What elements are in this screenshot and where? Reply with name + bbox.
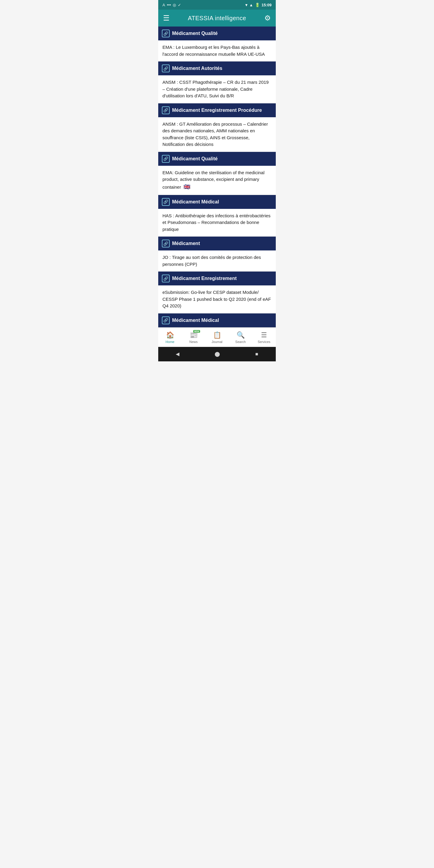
link-icon: 🔗	[163, 66, 168, 71]
nav-item-search[interactable]: 🔍 Search	[229, 328, 252, 347]
item-description: EMA: Guideline on the sterilisation of t…	[158, 166, 276, 195]
nav-label-services: Services	[258, 340, 270, 344]
category-header: 🔗 Médicament Autorités	[158, 61, 276, 75]
category-header: 🔗 Médicament Médical	[158, 195, 276, 209]
category-label: Médicament Qualité	[172, 31, 218, 36]
item-description: JO : Tirage au sort des comités de prote…	[158, 250, 276, 271]
list-item[interactable]: 🔗 Médicament Autorités ANSM : CSST Phago…	[158, 61, 276, 103]
time-display: 15:09	[261, 3, 272, 7]
category-icon: 🔗	[162, 198, 170, 206]
category-header: 🔗 Médicament	[158, 237, 276, 250]
nav-label-news: News	[189, 340, 198, 344]
category-icon: 🔗	[162, 106, 170, 114]
item-description: ANSM : CSST Phagothérapie – CR du 21 mar…	[158, 75, 276, 103]
app-title: ATESSIA intelligence	[188, 15, 246, 22]
link-icon: 🔗	[163, 199, 168, 204]
list-item[interactable]: 🔗 Médicament Médical HAS : Antibiothérap…	[158, 195, 276, 237]
category-label: Médicament Médical	[172, 199, 219, 205]
battery-icon: 🔋	[255, 3, 260, 7]
nav-label-home: Home	[165, 340, 174, 344]
back-button[interactable]: ◀	[176, 351, 179, 357]
category-icon: 🔗	[162, 30, 170, 37]
content-list: 🔗 Médicament Qualité EMA : Le Luxembourg…	[158, 27, 276, 328]
category-label: Médicament Enregistrement Procédure	[172, 107, 262, 113]
category-label: Médicament Qualité	[172, 156, 218, 161]
journal-icon: 📋	[213, 331, 221, 339]
category-header: 🔗 Médicament Médical	[158, 313, 276, 327]
list-item[interactable]: 🔗 Médicament Qualité EMA: Guideline on t…	[158, 152, 276, 195]
news-badge: NEW	[193, 330, 200, 333]
news-badge-container: 📰 NEW	[190, 331, 198, 339]
nav-item-home[interactable]: 🏠 Home	[158, 328, 182, 347]
search-icon: 🔍	[237, 331, 245, 339]
status-icons-left: A ••• ◎ ✓	[162, 3, 181, 7]
category-label: Médicament Enregistrement	[172, 276, 237, 281]
item-description: EMA : Le Luxembourg et les Pays-Bas ajou…	[158, 40, 276, 61]
recents-button[interactable]: ■	[255, 351, 258, 357]
link-icon: 🔗	[163, 31, 168, 36]
link-icon: 🔗	[163, 276, 168, 281]
category-icon: 🔗	[162, 275, 170, 282]
bottom-navigation: 🏠 Home 📰 NEW News 📋 Journal 🔍 Search ☰ S…	[158, 328, 276, 347]
item-description: eSubmission: Go-live for CESP dataset Mo…	[158, 285, 276, 313]
list-item[interactable]: 🔗 Médicament JO : Tirage au sort des com…	[158, 237, 276, 272]
uk-flag: 🇬🇧	[184, 184, 190, 190]
category-label: Médicament	[172, 241, 200, 246]
signal-icon: ▲	[249, 3, 253, 7]
category-icon: 🔗	[162, 155, 170, 163]
category-icon: 🔗	[162, 240, 170, 247]
item-description: ANSM : GT Amélioration des processus – C…	[158, 117, 276, 152]
home-icon: 🏠	[166, 331, 174, 339]
list-item[interactable]: 🔗 Médicament Médical	[158, 313, 276, 328]
link-icon: 🔗	[163, 241, 168, 246]
category-header: 🔗 Médicament Enregistrement	[158, 272, 276, 285]
services-icon: ☰	[261, 331, 267, 339]
wifi-icon: ▾	[245, 3, 247, 7]
nav-item-services[interactable]: ☰ Services	[252, 328, 276, 347]
list-item[interactable]: 🔗 Médicament Qualité EMA : Le Luxembourg…	[158, 27, 276, 61]
nav-item-journal[interactable]: 📋 Journal	[205, 328, 229, 347]
category-icon: 🔗	[162, 316, 170, 324]
nav-label-journal: Journal	[212, 340, 222, 344]
notification-icon-dots: •••	[167, 3, 171, 7]
notification-icon-circle: ◎	[173, 3, 176, 7]
notification-icon-check: ✓	[178, 3, 181, 7]
link-icon: 🔗	[163, 108, 168, 113]
android-nav-bar: ◀ ⬤ ■	[158, 347, 276, 361]
status-icons-right: ▾ ▲ 🔋 15:09	[245, 3, 272, 7]
home-button[interactable]: ⬤	[215, 351, 220, 357]
status-bar: A ••• ◎ ✓ ▾ ▲ 🔋 15:09	[158, 0, 276, 10]
settings-button[interactable]: ⚙	[264, 14, 271, 22]
nav-item-news[interactable]: 📰 NEW News	[182, 328, 205, 347]
nav-label-search: Search	[236, 340, 246, 344]
link-icon: 🔗	[163, 318, 168, 322]
list-item[interactable]: 🔗 Médicament Enregistrement Procédure AN…	[158, 103, 276, 152]
menu-button[interactable]: ☰	[163, 14, 170, 22]
item-description: HAS : Antibiothérapie des infections à e…	[158, 209, 276, 237]
category-label: Médicament Médical	[172, 318, 219, 323]
category-header: 🔗 Médicament Qualité	[158, 27, 276, 40]
category-header: 🔗 Médicament Enregistrement Procédure	[158, 103, 276, 117]
app-bar: ☰ ATESSIA intelligence ⚙	[158, 10, 276, 27]
category-header: 🔗 Médicament Qualité	[158, 152, 276, 166]
list-item[interactable]: 🔗 Médicament Enregistrement eSubmission:…	[158, 272, 276, 313]
notification-icon-a: A	[162, 3, 165, 7]
category-icon: 🔗	[162, 64, 170, 72]
category-label: Médicament Autorités	[172, 66, 222, 71]
link-icon: 🔗	[163, 156, 168, 161]
